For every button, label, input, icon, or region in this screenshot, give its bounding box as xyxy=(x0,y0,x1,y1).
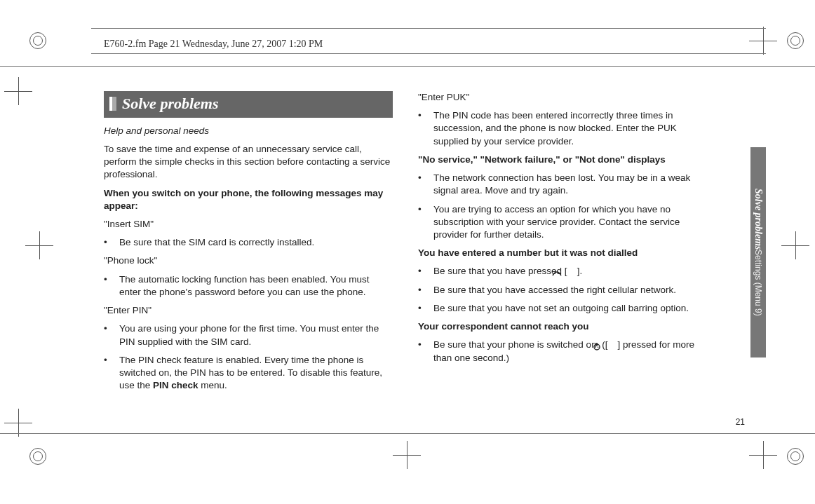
switch-on-heading: When you switch on your phone, the follo… xyxy=(104,187,393,212)
cr-b1-pre: Be sure that your phone is switched on. … xyxy=(433,339,607,350)
crop-line xyxy=(0,66,815,67)
pin-check-menu-bold: PIN check xyxy=(153,380,198,390)
no-service-bullet-1: The network connection has been lost. Yo… xyxy=(418,172,707,197)
crop-cross-icon xyxy=(393,441,421,469)
crop-cross-icon xyxy=(25,231,53,259)
page-content: Solve problems Help and personal needs T… xyxy=(104,91,745,427)
crop-cross-icon xyxy=(4,77,32,105)
banner-mark-icon xyxy=(109,97,116,111)
crop-cross-icon xyxy=(749,27,777,55)
registration-mark-icon xyxy=(29,448,46,465)
section-tab-title: Solve problems xyxy=(753,189,764,250)
phone-lock-bullet: The automatic locking function has been … xyxy=(104,273,393,299)
enter-puk-label: "Enter PUK" xyxy=(418,91,707,104)
section-tab: Solve problems Settings (Menu 9) xyxy=(750,147,766,357)
insert-sim-bullet: Be sure that the SIM card is correctly i… xyxy=(104,236,393,249)
not-dialled-bullet-1: Be sure that you have pressed []. xyxy=(418,265,707,278)
registration-mark-icon xyxy=(787,32,804,49)
not-dialled-bullet-3: Be sure that you have not set an outgoin… xyxy=(418,302,707,315)
cannot-reach-bullet-1: Be sure that your phone is switched on. … xyxy=(418,339,707,364)
column-right: "Enter PUK" The PIN code has been entere… xyxy=(418,91,707,427)
enter-pin-bullet-1: You are using your phone for the first t… xyxy=(104,322,393,348)
not-dialled-bullet-2: Be sure that you have accessed the right… xyxy=(418,284,707,297)
column-left: Solve problems Help and personal needs T… xyxy=(104,91,393,427)
cannot-reach-heading: Your correspondent cannot reach you xyxy=(418,320,707,333)
section-tab-rest: Settings (Menu 9) xyxy=(753,250,763,316)
enter-pin-b2-post: menu. xyxy=(198,380,227,390)
crop-cross-icon xyxy=(4,409,32,437)
call-key-icon xyxy=(567,268,577,275)
registration-mark-icon xyxy=(29,32,46,49)
crop-cross-icon xyxy=(749,441,777,469)
crop-line xyxy=(91,53,766,54)
nd-b1-pre: Be sure that you have pressed [ xyxy=(433,266,567,276)
section-banner: Solve problems xyxy=(104,91,393,118)
registration-mark-icon xyxy=(787,448,804,465)
not-dialled-heading: You have entered a number but it was not… xyxy=(418,247,707,259)
phone-lock-label: "Phone lock" xyxy=(104,254,393,267)
framemaker-header: E760-2.fm Page 21 Wednesday, June 27, 20… xyxy=(104,39,323,50)
crop-cross-icon xyxy=(781,231,809,259)
section-subtitle: Help and personal needs xyxy=(104,125,393,137)
enter-pin-label: "Enter PIN" xyxy=(104,304,393,317)
crop-line xyxy=(0,433,815,434)
enter-pin-bullet-2: The PIN check feature is enabled. Every … xyxy=(104,354,393,393)
no-service-bullet-2: You are trying to access an option for w… xyxy=(418,203,707,242)
no-service-heading: "No service," "Network failure," or "Not… xyxy=(418,154,707,166)
intro-text: To save the time and expense of an unnec… xyxy=(104,143,393,182)
enter-puk-bullet: The PIN code has been entered incorrectl… xyxy=(418,109,707,148)
power-key-icon xyxy=(607,341,617,350)
crop-line xyxy=(91,28,766,29)
nd-b1-post: ]. xyxy=(577,266,583,276)
section-title: Solve problems xyxy=(122,93,219,114)
insert-sim-label: "Insert SIM" xyxy=(104,218,393,231)
